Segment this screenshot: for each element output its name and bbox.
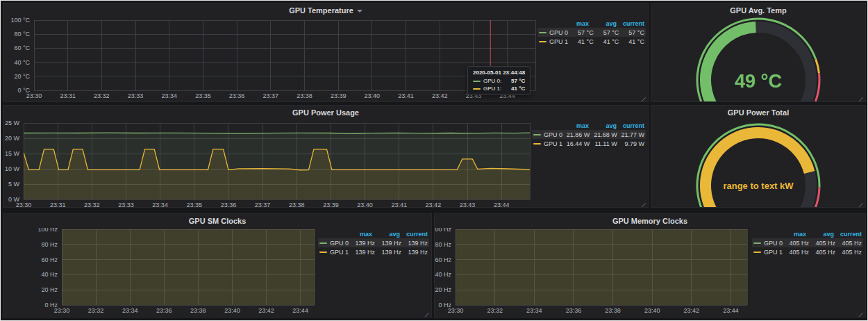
tooltip-row: GPU 1: 41 °C <box>473 85 525 92</box>
svg-text:23:44: 23:44 <box>723 307 739 314</box>
legend-value: 16.44 W <box>562 140 590 147</box>
tooltip-series-name: GPU 1: <box>483 85 501 92</box>
svg-text:23:42: 23:42 <box>684 307 700 314</box>
legend-row[interactable]: GPU 116.44 W11.11 W9.79 W <box>532 139 646 148</box>
legend-value: 41 °C <box>594 38 619 45</box>
tooltip-series-name: GPU 0: <box>483 78 501 84</box>
power-legend: maxavgcurrentGPU 021.86 W21.68 W21.77 WG… <box>532 121 646 148</box>
svg-text:23:32: 23:32 <box>84 201 100 208</box>
legend-row[interactable]: GPU 0139 Hz139 Hz139 Hz <box>318 238 429 247</box>
legend-header-current[interactable]: current <box>617 122 644 129</box>
legend-header-row: maxavgcurrent <box>532 121 646 130</box>
svg-text:80 Hz: 80 Hz <box>435 241 451 248</box>
legend-series-name: GPU 1 <box>533 140 562 147</box>
legend-row[interactable]: GPU 1405 Hz405 Hz405 Hz <box>752 247 863 256</box>
svg-text:23:38: 23:38 <box>605 307 621 314</box>
panel-title: GPU SM Clocks <box>189 217 247 225</box>
legend-header-row: maxavgcurrent <box>537 19 646 28</box>
legend-header-current[interactable]: current <box>834 231 862 238</box>
svg-text:23:40: 23:40 <box>357 201 373 208</box>
svg-text:60 Hz: 60 Hz <box>435 256 451 263</box>
series-color-dash <box>473 88 481 90</box>
svg-text:80 °C: 80 °C <box>14 31 30 38</box>
panel-header-gpu-power-total[interactable]: GPU Power Total <box>651 106 865 120</box>
legend-series-name: GPU 0 <box>753 240 783 247</box>
power-total-gauge: range to text kW <box>651 120 865 208</box>
panel-title: GPU Power Usage <box>292 108 359 117</box>
legend-row[interactable]: GPU 141 °C41 °C41 °C <box>537 37 646 46</box>
series-color-dash <box>753 242 761 244</box>
svg-text:40 Hz: 40 Hz <box>41 271 58 278</box>
svg-text:23:30: 23:30 <box>16 201 32 208</box>
legend-series-name: GPU 1 <box>753 249 783 256</box>
svg-text:23:41: 23:41 <box>391 201 407 208</box>
legend-header-row: maxavgcurrent <box>752 229 863 238</box>
legend-value: 21.77 W <box>617 131 644 138</box>
legend-row[interactable]: GPU 057 °C57 °C57 °C <box>537 28 646 37</box>
legend-header-avg[interactable]: avg <box>806 231 834 238</box>
panel-header-gpu-power-usage[interactable]: GPU Power Usage <box>3 106 648 120</box>
panel-header-gpu-temperature[interactable]: GPU Temperature <box>3 3 648 17</box>
legend-header-max[interactable]: max <box>561 122 589 129</box>
caret-down-icon <box>357 10 362 13</box>
svg-text:23:41: 23:41 <box>398 92 414 99</box>
tooltip-timestamp: 2020-05-01 23:44:48 <box>473 69 525 76</box>
svg-text:60 Hz: 60 Hz <box>41 256 58 263</box>
panel-header-gpu-avg-temp[interactable]: GPU Avg. Temp <box>651 3 865 17</box>
legend-value: 41 °C <box>619 38 644 45</box>
tooltip-row: GPU 0: 57 °C <box>473 78 525 84</box>
svg-text:20 W: 20 W <box>5 135 20 142</box>
svg-text:100 Hz: 100 Hz <box>435 228 451 233</box>
temperature-legend: maxavgcurrentGPU 057 °C57 °C57 °CGPU 141… <box>537 19 646 46</box>
svg-text:23:44: 23:44 <box>292 307 308 314</box>
panel-title: GPU Avg. Temp <box>730 6 787 15</box>
svg-text:23:44: 23:44 <box>494 201 510 208</box>
svg-text:23:30: 23:30 <box>54 307 70 314</box>
svg-text:23:43: 23:43 <box>460 201 476 208</box>
svg-text:23:35: 23:35 <box>195 92 211 99</box>
svg-text:23:31: 23:31 <box>50 201 66 208</box>
legend-series-name: GPU 1 <box>539 38 568 45</box>
series-color-dash <box>533 143 541 145</box>
legend-header-avg[interactable]: avg <box>589 122 617 129</box>
legend-series-name: GPU 0 <box>319 240 349 247</box>
legend-header-max[interactable]: max <box>561 20 589 27</box>
svg-text:23:39: 23:39 <box>331 92 347 99</box>
legend-header-avg[interactable]: avg <box>372 231 400 238</box>
panel-header-gpu-memory-clocks[interactable]: GPU Memory Clocks <box>435 214 865 228</box>
svg-text:23:35: 23:35 <box>187 201 203 208</box>
svg-text:10 W: 10 W <box>5 165 20 172</box>
legend-value: 139 Hz <box>375 249 401 256</box>
svg-text:23:36: 23:36 <box>156 307 172 314</box>
svg-text:23:37: 23:37 <box>255 201 271 208</box>
tooltip-series-value: 41 °C <box>506 85 525 92</box>
legend-row[interactable]: GPU 021.86 W21.68 W21.77 W <box>532 130 646 139</box>
svg-text:23:34: 23:34 <box>152 201 168 208</box>
legend-value: 405 Hz <box>835 240 862 247</box>
legend-value: 139 Hz <box>349 249 375 256</box>
panel-gpu-memory-clocks: GPU Memory Clocks 0 Hz20 Hz40 Hz60 Hz80 … <box>434 213 866 318</box>
legend-value: 139 Hz <box>401 240 428 247</box>
legend-row[interactable]: GPU 1139 Hz139 Hz139 Hz <box>318 247 429 256</box>
svg-text:23:38: 23:38 <box>297 92 312 99</box>
legend-header-max[interactable]: max <box>778 231 806 238</box>
panel-header-gpu-sm-clocks[interactable]: GPU SM Clocks <box>3 214 431 228</box>
svg-text:23:34: 23:34 <box>122 307 138 314</box>
svg-text:23:34: 23:34 <box>161 92 177 99</box>
svg-text:20 Hz: 20 Hz <box>41 286 58 293</box>
svg-text:23:40: 23:40 <box>365 92 381 99</box>
svg-text:100 °C: 100 °C <box>10 17 30 24</box>
svg-text:23:33: 23:33 <box>128 92 144 99</box>
legend-header-current[interactable]: current <box>400 231 428 238</box>
legend-header-max[interactable]: max <box>344 231 372 238</box>
svg-text:23:32: 23:32 <box>94 92 110 99</box>
svg-text:23:39: 23:39 <box>323 201 339 208</box>
svg-text:23:38: 23:38 <box>289 201 305 208</box>
legend-header-current[interactable]: current <box>617 20 644 27</box>
series-color-dash <box>473 81 481 82</box>
sm-clocks-legend: maxavgcurrentGPU 0139 Hz139 Hz139 HzGPU … <box>318 229 429 256</box>
legend-value: 57 °C <box>568 29 594 36</box>
legend-value: 57 °C <box>619 29 644 36</box>
legend-header-avg[interactable]: avg <box>589 20 617 27</box>
legend-row[interactable]: GPU 0405 Hz405 Hz405 Hz <box>752 238 863 247</box>
